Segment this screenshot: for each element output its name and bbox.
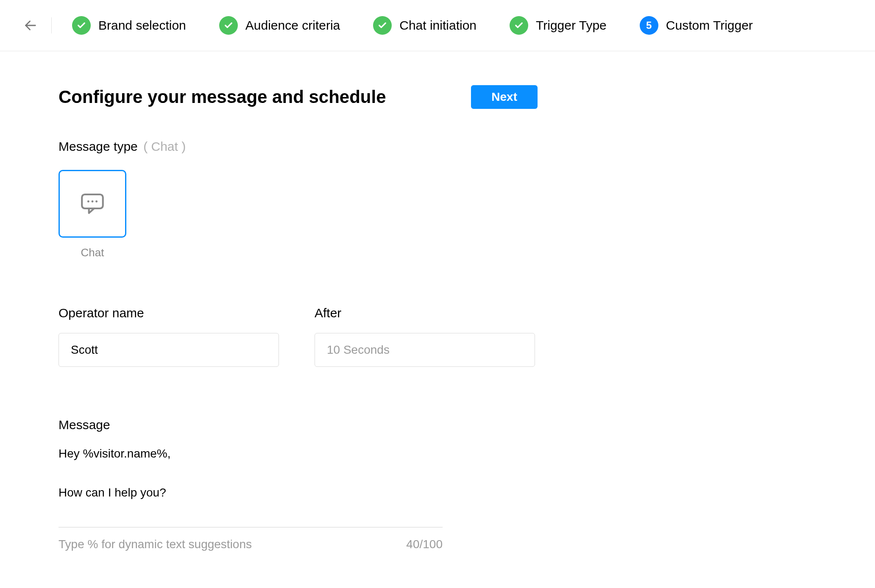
tile-chat-col: Chat [59, 170, 126, 259]
topbar-divider [51, 17, 52, 33]
step-label: Brand selection [98, 18, 186, 33]
step-badge-done [219, 16, 238, 35]
step-trigger-type[interactable]: Trigger Type [510, 16, 607, 35]
step-badge-done [72, 16, 91, 35]
step-label: Custom Trigger [666, 18, 753, 33]
step-custom-trigger[interactable]: 5 Custom Trigger [640, 16, 753, 35]
operator-name-label: Operator name [59, 306, 279, 320]
chat-bubble-icon [78, 190, 106, 218]
message-footer: Type % for dynamic text suggestions 40/1… [59, 527, 443, 551]
message-hint: Type % for dynamic text suggestions [59, 538, 252, 551]
step-label: Trigger Type [536, 18, 607, 33]
svg-point-3 [92, 200, 94, 202]
after-label: After [315, 306, 535, 320]
step-chat-initiation[interactable]: Chat initiation [373, 16, 477, 35]
main-content: Configure your message and schedule Next… [0, 51, 543, 551]
check-icon [378, 21, 387, 30]
check-icon [514, 21, 524, 30]
step-badge-done [510, 16, 528, 35]
step-badge-active: 5 [640, 16, 658, 35]
tile-chat-label: Chat [81, 246, 104, 259]
after-col: After [315, 306, 535, 367]
step-badge-done [373, 16, 392, 35]
svg-point-4 [95, 200, 98, 202]
message-type-section: Message type ( Chat ) Chat [59, 139, 543, 259]
step-number: 5 [646, 19, 652, 31]
svg-point-2 [87, 200, 89, 202]
next-button[interactable]: Next [471, 85, 538, 109]
check-icon [77, 21, 86, 30]
step-brand-selection[interactable]: Brand selection [72, 16, 186, 35]
page-title: Configure your message and schedule [59, 87, 386, 107]
form-row: Operator name After [59, 306, 543, 367]
step-label: Audience criteria [245, 18, 340, 33]
wizard-steps: Brand selection Audience criteria Chat i… [52, 16, 753, 35]
operator-name-input[interactable] [59, 333, 279, 367]
back-button-wrap [0, 17, 52, 34]
message-type-selected: ( Chat ) [143, 139, 186, 153]
operator-name-col: Operator name [59, 306, 279, 367]
back-button[interactable] [22, 17, 39, 34]
message-type-label: Message type [59, 139, 138, 153]
after-input[interactable] [315, 333, 535, 367]
message-counter: 40/100 [406, 538, 443, 551]
message-textarea[interactable]: Hey %visitor.name%, How can I help you? [59, 444, 443, 512]
message-label: Message [59, 418, 443, 432]
step-label: Chat initiation [399, 18, 477, 33]
message-type-tiles: Chat [59, 170, 543, 259]
tile-chat[interactable] [59, 170, 126, 238]
step-audience-criteria[interactable]: Audience criteria [219, 16, 340, 35]
wizard-topbar: Brand selection Audience criteria Chat i… [0, 0, 875, 51]
check-icon [224, 21, 233, 30]
arrow-left-icon [23, 18, 38, 33]
message-block: Message Hey %visitor.name%, How can I he… [59, 418, 443, 551]
title-row: Configure your message and schedule Next [59, 85, 538, 109]
